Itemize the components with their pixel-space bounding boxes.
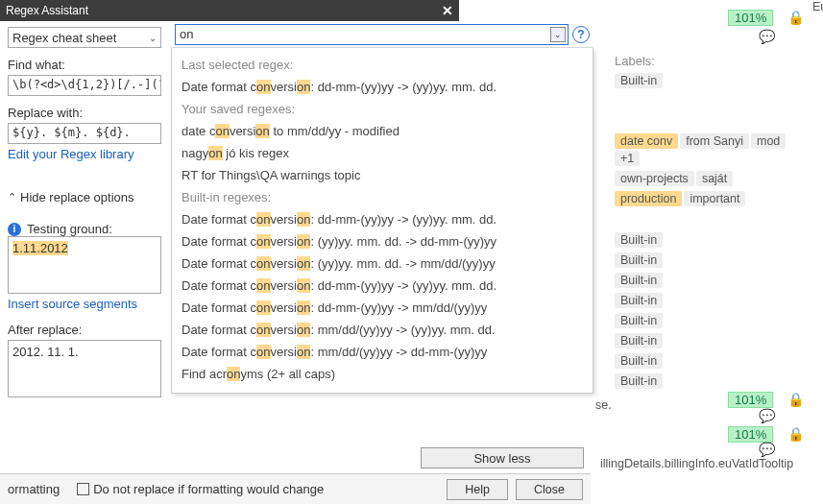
- regex-suggestion-item[interactable]: Date format conversion: dd-mm-(yy)yy -> …: [172, 297, 593, 319]
- testing-value: 1.11.2012: [12, 241, 68, 255]
- label-tag[interactable]: Built-in: [615, 273, 663, 288]
- insert-source-link[interactable]: Insert source segments: [8, 297, 161, 311]
- label-row: own-projectssaját: [615, 170, 807, 187]
- label-tag[interactable]: mod: [751, 133, 786, 149]
- label-tag[interactable]: Built-in: [615, 232, 663, 248]
- regex-suggestion-item[interactable]: Date format conversion: dd-mm-(yy)yy -> …: [172, 208, 593, 230]
- label-row: Built-in: [615, 312, 807, 329]
- label-tag[interactable]: Built-in: [615, 252, 663, 268]
- hide-replace-options[interactable]: ⌃ Hide replace options: [8, 190, 161, 204]
- comment-icon: 💬: [759, 442, 775, 457]
- lock-icon: 🔒: [787, 392, 804, 407]
- info-icon: i: [8, 223, 21, 236]
- label-row: Built-in: [615, 72, 807, 89]
- replace-input[interactable]: ${y}. ${m}. ${d}.: [8, 123, 161, 144]
- background-text: se.: [595, 398, 612, 412]
- match-percent-badge: 101%: [728, 426, 773, 443]
- replace-label: Replace with:: [8, 106, 161, 120]
- checkbox-icon: [77, 483, 89, 495]
- label-tag[interactable]: Built-in: [615, 293, 663, 308]
- find-input[interactable]: \b(?<d>\d{1,2})[/.-](?<m>: [8, 75, 161, 96]
- background-text: illingDetails.billingInfo.euVatIdTooltip: [600, 457, 793, 470]
- comment-icon: 💬: [759, 29, 775, 44]
- label-tag[interactable]: saját: [696, 171, 733, 186]
- label-row: Built-in: [615, 231, 807, 249]
- chevron-down-icon[interactable]: ⌄: [550, 27, 566, 42]
- cheatsheet-value: Regex cheat sheet: [12, 31, 116, 45]
- label-tag[interactable]: date conv: [615, 133, 678, 149]
- regex-suggestion-item[interactable]: Date format conversion: dd-mm-(yy)yy -> …: [172, 275, 593, 297]
- label-row: Built-in: [615, 352, 807, 370]
- comment-icon: 💬: [759, 408, 775, 423]
- regex-suggestion-item[interactable]: Date format conversion: (yy)yy. mm. dd. …: [172, 230, 593, 252]
- checkbox-label: Do not replace if formatting would chang…: [93, 482, 324, 496]
- close-icon[interactable]: ✕: [442, 0, 453, 21]
- help-icon[interactable]: ?: [572, 26, 590, 43]
- label-row: productionimportant: [615, 190, 807, 207]
- label-row: Built-in: [615, 292, 807, 309]
- label-tag[interactable]: production: [615, 191, 682, 206]
- label-row: Built-in: [615, 332, 807, 349]
- regex-search-input[interactable]: on ⌄: [175, 24, 569, 45]
- background-text: Eu: [812, 0, 823, 13]
- window-title: Regex Assistant: [6, 0, 88, 21]
- lock-icon: 🔒: [787, 10, 804, 25]
- after-replace-output: 2012. 11. 1.: [8, 340, 161, 397]
- testing-label-text: Testing ground:: [27, 222, 112, 236]
- label-tag[interactable]: Built-in: [615, 73, 663, 88]
- regex-suggestion-item[interactable]: Date format conversion: mm/dd/(yy)yy -> …: [172, 319, 593, 341]
- do-not-replace-checkbox[interactable]: Do not replace if formatting would chang…: [77, 482, 324, 496]
- lock-icon: 🔒: [787, 426, 804, 442]
- after-value: 2012. 11. 1.: [12, 345, 79, 359]
- label-row: Built-in: [615, 372, 807, 390]
- label-tag[interactable]: Built-in: [615, 333, 663, 348]
- testing-ground-input[interactable]: 1.11.2012: [8, 236, 161, 294]
- label-tag[interactable]: from Sanyi: [680, 133, 749, 149]
- find-label: Find what:: [8, 58, 161, 72]
- formatting-button[interactable]: ormatting: [8, 482, 60, 496]
- match-percent-badge: 101%: [728, 392, 773, 408]
- regex-suggestions-list: Last selected regex:Date format conversi…: [171, 48, 593, 394]
- regex-suggestion-item[interactable]: RT for Things\QA warnings topic: [172, 164, 593, 186]
- group-header: Built-in regexes:: [172, 186, 593, 208]
- regex-suggestion-item[interactable]: Date format conversion: mm/dd/(yy)yy -> …: [172, 341, 593, 363]
- chevron-up-icon: ⌃: [8, 191, 16, 204]
- label-tag[interactable]: own-projects: [615, 171, 694, 186]
- regex-suggestion-item[interactable]: nagyon jó kis regex: [172, 142, 593, 164]
- label-row: Built-in: [615, 252, 807, 269]
- after-replace-label: After replace:: [8, 323, 161, 337]
- hide-replace-label: Hide replace options: [20, 190, 134, 204]
- label-row: Built-in: [615, 272, 807, 289]
- group-header: Last selected regex:: [172, 54, 593, 76]
- label-tag[interactable]: Built-in: [615, 373, 663, 389]
- show-less-button[interactable]: Show less: [421, 447, 584, 468]
- chevron-down-icon: ⌄: [149, 33, 157, 43]
- label-tag[interactable]: important: [684, 191, 745, 206]
- match-percent-badge: 101%: [728, 10, 773, 26]
- titlebar: Regex Assistant ✕: [0, 0, 459, 21]
- regex-suggestion-item[interactable]: Date format conversion: dd-mm-(yy)yy -> …: [172, 76, 593, 98]
- close-button[interactable]: Close: [516, 479, 583, 500]
- group-header: Your saved regexes:: [172, 98, 593, 120]
- label-row: date convfrom Sanyimod+1: [615, 132, 807, 167]
- label-tag[interactable]: +1: [615, 151, 640, 166]
- labels-header: Labels:: [615, 54, 807, 68]
- regex-suggestion-item[interactable]: Date format conversion: (yy)yy. mm. dd. …: [172, 252, 593, 275]
- search-value: on: [180, 27, 193, 41]
- regex-suggestion-item[interactable]: Find acronyms (2+ all caps): [172, 363, 593, 385]
- edit-library-link[interactable]: Edit your Regex library: [8, 147, 161, 161]
- help-button[interactable]: Help: [447, 479, 508, 500]
- regex-suggestion-item[interactable]: date conversion to mm/dd/yy - modified: [172, 120, 593, 142]
- cheatsheet-dropdown[interactable]: Regex cheat sheet ⌄: [8, 27, 161, 48]
- label-tag[interactable]: Built-in: [615, 353, 663, 369]
- label-tag[interactable]: Built-in: [615, 313, 663, 328]
- testing-ground-label: i Testing ground:: [8, 222, 161, 236]
